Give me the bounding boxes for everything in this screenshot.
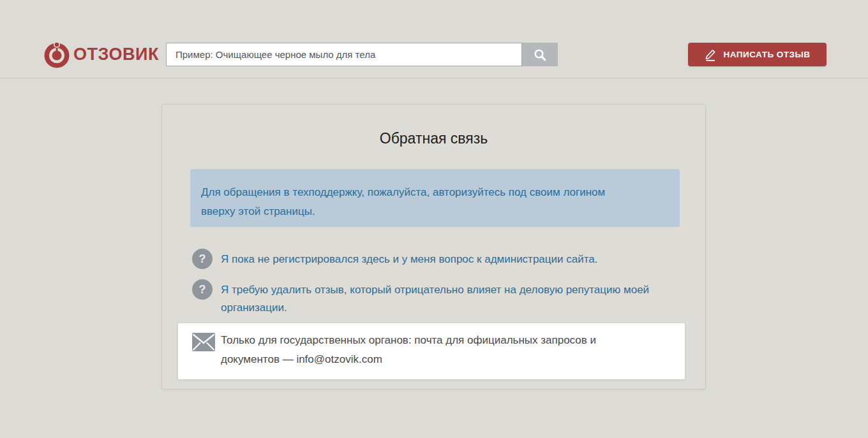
question-link-remove-review[interactable]: ? Я требую удалить отзыв, который отрица… bbox=[192, 279, 655, 317]
question-mark-icon: ? bbox=[192, 249, 213, 269]
question-link-admin[interactable]: ? Я пока не регистрировался здесь и у ме… bbox=[192, 249, 598, 269]
search-icon bbox=[533, 48, 547, 62]
header: ОТЗОВИК НАПИСАТЬ ОТЗЫВ bbox=[0, 0, 868, 78]
logo-text: ОТЗОВИК bbox=[73, 45, 159, 64]
feedback-card: Обратная связь Для обращения в техподдер… bbox=[161, 104, 706, 390]
search-input[interactable] bbox=[166, 43, 522, 66]
support-notice-text: Для обращения в техподдержку, пожалуйста… bbox=[201, 183, 613, 221]
logo-icon bbox=[42, 40, 71, 69]
government-email-link[interactable]: info@otzovik.com bbox=[296, 353, 382, 365]
government-contact-prefix: Только для государственных органов: почт… bbox=[221, 334, 596, 365]
page-title: Обратная связь bbox=[162, 130, 705, 147]
write-review-button[interactable]: НАПИСАТЬ ОТЗЫВ bbox=[688, 43, 827, 66]
search-button[interactable] bbox=[522, 43, 558, 66]
logo[interactable]: ОТЗОВИК bbox=[42, 39, 159, 69]
search-bar bbox=[166, 43, 558, 66]
write-review-label: НАПИСАТЬ ОТЗЫВ bbox=[723, 50, 810, 59]
question-link-label[interactable]: Я требую удалить отзыв, который отрицате… bbox=[221, 279, 655, 317]
envelope-icon bbox=[192, 333, 215, 351]
government-contact-text: Только для государственных органов: почт… bbox=[221, 331, 632, 369]
support-notice: Для обращения в техподдержку, пожалуйста… bbox=[190, 169, 680, 227]
question-mark-icon: ? bbox=[192, 279, 213, 300]
question-link-label[interactable]: Я пока не регистрировался здесь и у меня… bbox=[221, 249, 598, 268]
pencil-icon bbox=[704, 48, 717, 61]
government-contact-row: Только для государственных органов: почт… bbox=[178, 323, 685, 379]
